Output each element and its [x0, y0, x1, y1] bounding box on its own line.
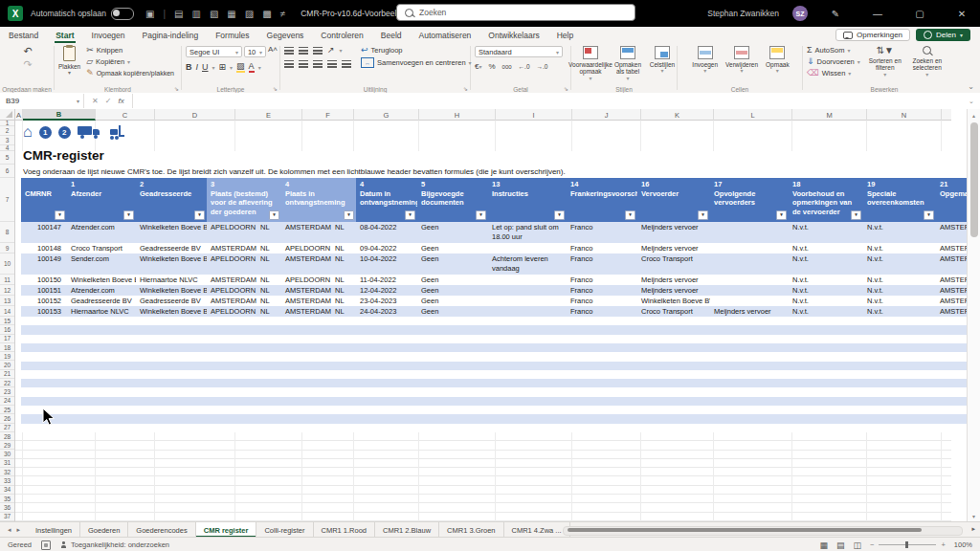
comma-format-icon[interactable]: 000 — [502, 64, 512, 70]
cell-vervoerder[interactable]: Meijnders vervoer — [637, 243, 710, 253]
row-header[interactable]: 14 — [0, 306, 14, 317]
cell-frankering[interactable]: Franco — [567, 253, 637, 275]
row-header[interactable]: 9 — [0, 243, 14, 253]
ribbon-tab[interactable]: Invoegen — [83, 29, 134, 42]
avatar[interactable]: SZ — [792, 6, 808, 21]
cell-opgemaakt[interactable]: AMSTERDAM — [936, 296, 967, 306]
cell-cmrnr[interactable]: 100150 — [21, 275, 67, 285]
row-header[interactable]: 15 — [0, 317, 14, 325]
bold-button[interactable]: B — [186, 62, 192, 72]
row-header[interactable]: 19 — [0, 352, 14, 361]
cell-frankering[interactable]: Franco — [567, 275, 637, 285]
row-header[interactable]: 12 — [0, 285, 14, 296]
filter-dropdown-icon[interactable]: ▾ — [924, 210, 934, 220]
cell-afzender[interactable]: Geadresseerde BV — [67, 296, 136, 306]
cell-speciale[interactable]: N.v.t. — [863, 222, 936, 243]
confirm-formula-icon[interactable]: ✓ — [105, 97, 112, 105]
cell-opgemaakt[interactable]: AMSTERDAM — [936, 243, 967, 253]
number-format-select[interactable]: Standaard▾ — [475, 46, 563, 57]
table-header-cell[interactable]: 4 Datum in ontvangstneming ▾ — [356, 178, 417, 222]
align-bottom-icon[interactable] — [313, 47, 323, 55]
page-icon[interactable]: ▤ — [174, 9, 183, 19]
page-preview-icon[interactable]: ▥ — [191, 9, 200, 19]
cell-plaats-aflevering[interactable]: AMSTERDAM — [207, 296, 256, 306]
column-header[interactable]: B — [23, 109, 96, 121]
merge-center-button[interactable]: ↔Samenvoegen en centreren▾ — [361, 57, 472, 68]
filter-dropdown-icon[interactable]: ▾ — [698, 210, 708, 220]
sheet-tab[interactable]: CMR1 2.Blauw — [375, 522, 439, 538]
vertical-scroll-thumb[interactable] — [970, 122, 978, 237]
autosum-button[interactable]: ΣAutoSom▾ — [807, 46, 860, 55]
sheet-tab[interactable]: CMR register — [196, 522, 257, 538]
table-row[interactable]: 100148 Croco Transport Geadresseerde BV … — [21, 243, 967, 253]
row-header[interactable]: 26 — [0, 414, 14, 423]
table-row[interactable]: 100151 Afzender.com Winkelketen Boeve BV… — [21, 285, 967, 296]
cell-geadresseerde[interactable]: Hiernaartoe NLVC — [136, 275, 207, 285]
ribbon-tab[interactable]: Bestand — [0, 29, 47, 42]
column-header[interactable]: K — [641, 109, 714, 121]
comments-button[interactable]: Opmerkingen — [835, 29, 910, 41]
currency-format-icon[interactable]: €▾ — [475, 62, 481, 71]
cell-cmrnr[interactable]: 100151 — [21, 285, 67, 296]
row-header[interactable]: 10 — [0, 253, 14, 275]
row-header[interactable]: 17 — [0, 335, 14, 343]
cell-opvolgende[interactable] — [710, 296, 789, 306]
cell-voorbehoud[interactable]: N.v.t. — [789, 285, 863, 296]
table-row[interactable]: 100147 Afzender.com Winkelketen Boeve BV… — [21, 222, 967, 243]
filter-dropdown-icon[interactable]: ▾ — [55, 210, 65, 220]
cell-cmrnr[interactable]: 100149 — [21, 253, 67, 275]
percent-format-icon[interactable]: % — [488, 62, 495, 71]
filter-dropdown-icon[interactable]: ▾ — [554, 210, 565, 220]
row-header[interactable]: 28 — [0, 432, 14, 441]
table-header-cell[interactable]: 5 Bijgevoegde documenten ▾ — [417, 178, 488, 222]
dialog-launcher-icon[interactable]: ⇘ — [174, 85, 179, 92]
minimize-button[interactable]: — — [863, 0, 892, 27]
filter-dropdown-icon[interactable]: ▾ — [625, 210, 635, 220]
cell-instructies[interactable]: Achterom leveren vandaag — [488, 253, 567, 275]
cell-frankering[interactable]: Franco — [567, 243, 637, 253]
cell-frankering[interactable]: Franco — [567, 306, 637, 317]
autosave-control[interactable]: Automatisch opslaan — [31, 8, 134, 20]
cell-vervoerder[interactable]: Croco Transport — [637, 253, 710, 275]
cell-datum[interactable]: 11-04-2022 — [356, 275, 417, 285]
macro-record-icon[interactable] — [41, 540, 51, 550]
cell-instructies[interactable]: Let op: pand sluit om 18.00 uur — [488, 222, 567, 243]
underline-button[interactable]: U — [202, 62, 209, 72]
dialog-launcher-icon[interactable]: ⇘ — [564, 85, 568, 92]
column-header[interactable]: N — [867, 109, 942, 121]
cell-documenten[interactable]: Geen — [417, 243, 488, 253]
camera-icon[interactable]: ▦ — [227, 9, 235, 19]
cancel-formula-icon[interactable]: ✕ — [92, 97, 99, 105]
zoom-knob[interactable] — [905, 541, 908, 548]
truck-icon[interactable] — [78, 125, 102, 139]
vertical-scrollbar[interactable]: ▴ ▾ — [967, 109, 980, 521]
insert-function-icon[interactable]: fx — [118, 97, 123, 105]
cell-instructies[interactable] — [488, 275, 567, 285]
wrap-text-button[interactable]: ↩Terugloop — [361, 46, 472, 55]
column-header[interactable]: A — [15, 109, 23, 121]
cell-plaats-ontvangst[interactable]: AMSTERDAM — [281, 222, 331, 243]
cell-instructies[interactable] — [488, 285, 567, 296]
table-header-cell[interactable]: 1 Afzender ▾ — [67, 178, 136, 222]
row-header[interactable]: 23 — [0, 387, 14, 396]
row-header[interactable]: 27 — [0, 424, 14, 432]
page-break-view-icon[interactable]: ◫ — [854, 540, 862, 550]
sheet-tab[interactable]: Goederencodes — [128, 522, 195, 538]
ribbon-tab[interactable]: Beeld — [372, 29, 411, 42]
filter-dropdown-icon[interactable]: ▾ — [476, 210, 486, 220]
cell-datum[interactable]: 23-04-2023 — [356, 296, 417, 306]
row-header[interactable]: 36 — [0, 503, 14, 512]
cell-speciale[interactable]: N.v.t. — [863, 243, 936, 253]
sort-filter-button[interactable]: ⇅▼Sorteren en filteren▾ — [868, 46, 902, 78]
cell-geadresseerde[interactable]: Winkelketen Boeve BV — [136, 306, 207, 317]
cell-plaats-ontvangst[interactable]: AMSTERDAM — [281, 296, 331, 306]
table-row[interactable]: 100153 Hiernaartoe NLVC Winkelketen Boev… — [21, 306, 967, 317]
restore-button[interactable]: ▢ — [905, 0, 934, 27]
cell-vervoerder[interactable]: Meijnders vervoer — [637, 222, 710, 243]
table-header-cell[interactable]: 2 Geadresseerde ▾ — [136, 178, 207, 222]
cell-vervoerder[interactable]: Meijnders vervoer — [637, 285, 710, 296]
cut-button[interactable]: ✂Knippen — [86, 46, 174, 55]
filter-dropdown-icon[interactable]: ▾ — [269, 210, 279, 220]
cell-documenten[interactable]: Geen — [417, 275, 488, 285]
cell-afzender[interactable]: Afzender.com — [67, 222, 136, 243]
